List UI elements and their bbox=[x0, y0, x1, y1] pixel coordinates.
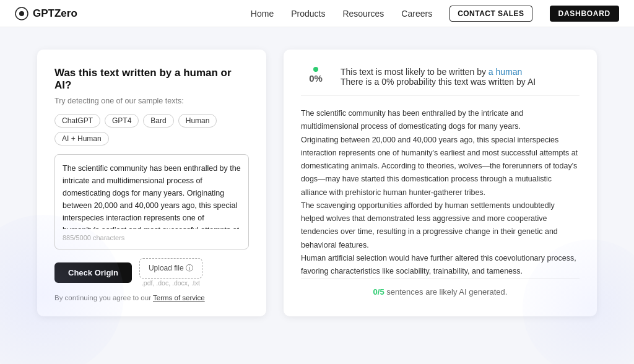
percent-value: 0% bbox=[309, 73, 323, 84]
percent-block: 0% bbox=[301, 67, 331, 84]
card-actions: Check Origin Upload file ⓘ .pdf, .doc, .… bbox=[54, 258, 249, 287]
logo-icon bbox=[15, 7, 28, 20]
summary-human: a human bbox=[489, 67, 522, 77]
terms-text: By continuing you agree to our Terms of … bbox=[54, 294, 249, 301]
result-summary: This text is most likely to be written b… bbox=[341, 67, 536, 77]
ai-sentence-count: 0/5 bbox=[373, 287, 384, 297]
nav-careers[interactable]: Careers bbox=[401, 9, 432, 19]
logo[interactable]: GPTZero bbox=[15, 7, 77, 20]
card-title: Was this text written by a human or AI? bbox=[54, 67, 249, 92]
chip-bard[interactable]: Bard bbox=[143, 114, 173, 128]
nav-resources[interactable]: Resources bbox=[342, 9, 384, 19]
main-content: Was this text written by a human or AI? … bbox=[0, 27, 634, 339]
chip-human[interactable]: Human bbox=[178, 114, 217, 128]
contact-sales-button[interactable]: CONTACT SALES bbox=[449, 6, 532, 22]
result-header: 0% This text is most likely to be writte… bbox=[301, 67, 580, 96]
nav-products[interactable]: Products bbox=[291, 9, 325, 19]
char-count: 885/5000 characters bbox=[63, 234, 241, 241]
input-card: Was this text written by a human or AI? … bbox=[37, 50, 266, 316]
summary-prefix: This text is most likely to be written b… bbox=[341, 67, 489, 77]
logo-text: GPTZero bbox=[33, 7, 77, 20]
chip-gpt4[interactable]: GPT4 bbox=[105, 114, 139, 128]
upload-label: Upload file ⓘ bbox=[149, 263, 193, 274]
check-origin-button[interactable]: Check Origin bbox=[54, 262, 132, 283]
card-subtitle: Try detecting one of our sample texts: bbox=[54, 97, 249, 105]
dashboard-button[interactable]: DASHBOARD bbox=[550, 6, 619, 22]
nav-home[interactable]: Home bbox=[251, 9, 274, 19]
result-body: The scientific community has been enthra… bbox=[301, 107, 580, 278]
upload-wrapper: Upload file ⓘ .pdf, .doc, .docx, .txt bbox=[139, 258, 202, 287]
upload-file-button[interactable]: Upload file ⓘ bbox=[139, 258, 202, 279]
result-card: 0% This text is most likely to be writte… bbox=[284, 50, 597, 316]
terms-link[interactable]: Terms of service bbox=[153, 294, 205, 301]
upload-formats: .pdf, .doc, .docx, .txt bbox=[142, 279, 200, 287]
summary-sub: There is a 0% probability this text was … bbox=[341, 77, 536, 87]
text-input-content: The scientific community has been enthra… bbox=[63, 162, 241, 229]
navbar: GPTZero Home Products Resources Careers … bbox=[0, 0, 634, 27]
result-summary-block: This text is most likely to be written b… bbox=[341, 67, 536, 87]
chip-ai-human[interactable]: AI + Human bbox=[54, 132, 109, 145]
svg-point-1 bbox=[19, 11, 24, 16]
result-footer: 0/5 sentences are likely AI generated. bbox=[301, 278, 580, 297]
nav-links: Home Products Resources Careers CONTACT … bbox=[251, 6, 619, 22]
sample-chips: ChatGPT GPT4 Bard Human AI + Human bbox=[54, 114, 249, 145]
result-body-text: The scientific community has been enthra… bbox=[301, 109, 578, 275]
text-input-wrapper[interactable]: The scientific community has been enthra… bbox=[54, 154, 249, 249]
percent-dot bbox=[313, 67, 318, 72]
terms-prefix: By continuing you agree to our bbox=[54, 294, 153, 301]
chip-chatgpt[interactable]: ChatGPT bbox=[54, 114, 100, 128]
footer-suffix: sentences are likely AI generated. bbox=[384, 287, 508, 297]
